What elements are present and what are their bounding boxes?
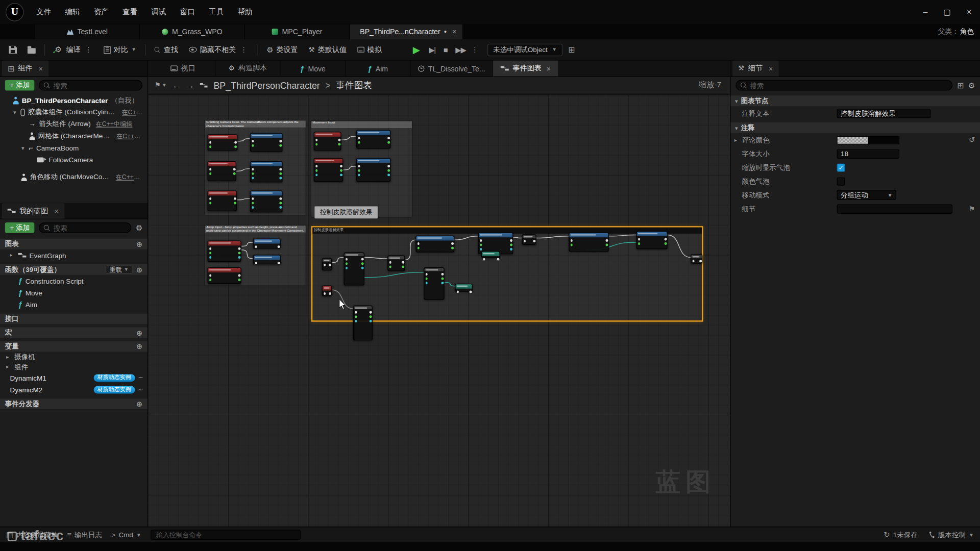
graph-node-13[interactable] [208, 267, 241, 284]
revision-control-button[interactable]: 版本控制 ▼ [929, 530, 974, 539]
select-dropdown[interactable]: 分组运动▼ [837, 190, 896, 200]
variable-row-11[interactable]: DynamicM1材质动态实例∼ [0, 372, 148, 384]
display-filter-icon[interactable] [957, 81, 964, 89]
tree-row-2[interactable]: 箭头组件 (Arrow)在C++中编辑 [0, 118, 148, 130]
nav-back-button[interactable]: ← [173, 81, 181, 90]
graph-node-18[interactable] [424, 267, 444, 300]
tree-row-6[interactable]: 角色移动 (CharMoveComp)在C++中编 [0, 171, 148, 183]
maximize-button[interactable]: ▢ [936, 0, 958, 24]
graph-node-26[interactable] [322, 286, 332, 296]
asset-tab-3[interactable]: BP_ThirdPe...nCharacter•× [350, 24, 463, 39]
doc-tab-4[interactable]: TL_Dissolve_Te... [410, 61, 493, 77]
section-header-8[interactable]: 变量⊕ [0, 341, 148, 352]
nav-forward-button[interactable]: → [186, 81, 194, 90]
tab-details[interactable]: 细节 × [732, 61, 778, 77]
graph-node-0[interactable] [208, 134, 238, 151]
minimize-button[interactable]: – [914, 0, 936, 24]
graph-node-2[interactable] [208, 161, 236, 181]
color-swatch[interactable] [837, 136, 899, 144]
visibility-icon[interactable]: ∼ [138, 374, 143, 381]
gear-icon[interactable] [136, 224, 142, 232]
details-search-input[interactable] [750, 82, 947, 89]
section-header-7[interactable]: 宏⊕ [0, 328, 148, 338]
asset-tab-0[interactable]: TestLevel [35, 24, 140, 39]
visibility-icon[interactable]: ∼ [138, 386, 143, 393]
reset-icon[interactable]: ↺ [969, 136, 975, 144]
graph-node-4[interactable] [208, 190, 237, 211]
close-button[interactable]: × [958, 0, 980, 24]
graph-node-1[interactable] [250, 133, 283, 152]
menu-item-4[interactable]: 调试 [144, 0, 173, 24]
list-item-4[interactable]: Move [0, 287, 148, 298]
graph-node-23[interactable] [569, 233, 608, 252]
graph-node-8[interactable] [314, 158, 344, 182]
section-header-6[interactable]: 接口 [0, 314, 148, 324]
graph-node-11[interactable] [253, 239, 281, 249]
bookmark-button[interactable]: ▼ [154, 82, 166, 88]
breadcrumb-current[interactable]: 事件图表 [336, 80, 372, 91]
add-icon[interactable]: ⊕ [136, 400, 142, 408]
skip-button[interactable]: ▶▶ [452, 45, 470, 54]
menu-item-5[interactable]: 窗口 [173, 0, 202, 24]
console-input[interactable] [155, 531, 297, 539]
add-icon[interactable]: ⊕ [136, 329, 142, 337]
tab-my-blueprint[interactable]: 我的蓝图 × [2, 203, 64, 219]
class-defaults-button[interactable]: 类默认值 [304, 41, 352, 58]
frame-advance-button[interactable]: ▶| [425, 45, 439, 54]
doc-tab-1[interactable]: 构造脚本 [215, 61, 280, 77]
graph-node-27[interactable] [353, 306, 373, 341]
graph-node-21[interactable] [481, 251, 500, 258]
edit-in-cpp-link[interactable]: 在C++中编 [116, 132, 145, 140]
checkbox[interactable]: ✓ [837, 163, 845, 171]
compile-options-icon[interactable]: ⋮ [84, 45, 93, 54]
graph-node-25[interactable] [691, 254, 702, 263]
variable-row-12[interactable]: DyamicM2材质动态实例∼ [0, 384, 148, 395]
doc-tab-0[interactable]: 视口 [151, 61, 215, 77]
graph-node-14[interactable] [322, 258, 332, 270]
hide-unrelated-options-icon[interactable]: ⋮ [239, 45, 248, 54]
details-text-input[interactable] [837, 108, 931, 117]
menu-item-7[interactable]: 帮助 [231, 0, 259, 24]
close-icon[interactable]: × [452, 28, 456, 36]
graph-node-12[interactable] [253, 255, 281, 264]
unsaved-indicator[interactable]: 1未保存 [884, 530, 917, 539]
tab-components[interactable]: 组件 × [2, 61, 48, 77]
graph-canvas[interactable]: 蓝图 控制皮肤溶解效果 Grabbing Camera Input. The C… [148, 95, 730, 527]
graph-node-15[interactable] [344, 253, 364, 286]
edit-in-cpp-link[interactable]: 在C++中编 [116, 173, 145, 182]
section-header-13[interactable]: 事件分发器⊕ [0, 398, 148, 409]
tree-row-3[interactable]: 网格体 (CharacterMesh0)在C++中编 [0, 130, 148, 142]
tree-row-4[interactable]: ▾CameraBoom [0, 142, 148, 154]
details-section-header-1[interactable]: ▾注释 [730, 122, 980, 133]
edit-in-cpp-link[interactable]: 在C++中编辑 [95, 119, 132, 128]
asset-tab-1[interactable]: M_Grass_WPO [140, 24, 245, 39]
graph-node-3[interactable] [250, 161, 283, 183]
tree-row-5[interactable]: FollowCamera [0, 154, 148, 165]
graph-node-16[interactable] [387, 256, 405, 271]
details-text-input[interactable] [837, 204, 953, 213]
details-section-header-0[interactable]: ▾图表节点 [730, 95, 980, 106]
menu-item-0[interactable]: 文件 [30, 0, 58, 24]
breadcrumb-root[interactable]: BP_ThirdPersonCharacter [214, 80, 320, 90]
graph-node-22[interactable] [522, 234, 536, 245]
play-options-icon[interactable]: ⋮ [470, 45, 479, 54]
stop-button[interactable]: ■ [439, 45, 451, 54]
graph-node-17[interactable] [415, 236, 454, 253]
graph-node-19[interactable] [455, 284, 472, 292]
components-search[interactable] [39, 80, 143, 91]
doc-tab-5[interactable]: 事件图表× [494, 61, 559, 77]
close-icon[interactable]: × [769, 65, 773, 72]
details-text-input[interactable] [837, 149, 899, 158]
diff-button[interactable]: 对比 ▼ [99, 41, 141, 58]
list-item-5[interactable]: Aim [0, 298, 148, 310]
compile-button[interactable]: 编译 ⋮ [49, 41, 99, 58]
expander-icon[interactable]: ▸ [6, 364, 11, 369]
close-icon[interactable]: × [55, 207, 59, 215]
graph-node-9[interactable] [356, 158, 390, 182]
close-icon[interactable]: × [39, 65, 43, 72]
add-icon[interactable]: ⊕ [136, 343, 142, 350]
section-header-0[interactable]: 图表⊕ [0, 239, 148, 249]
menu-item-6[interactable]: 工具 [202, 0, 231, 24]
doc-tab-3[interactable]: Aim [346, 61, 410, 77]
category-9[interactable]: ▸摄像机 [0, 352, 148, 362]
